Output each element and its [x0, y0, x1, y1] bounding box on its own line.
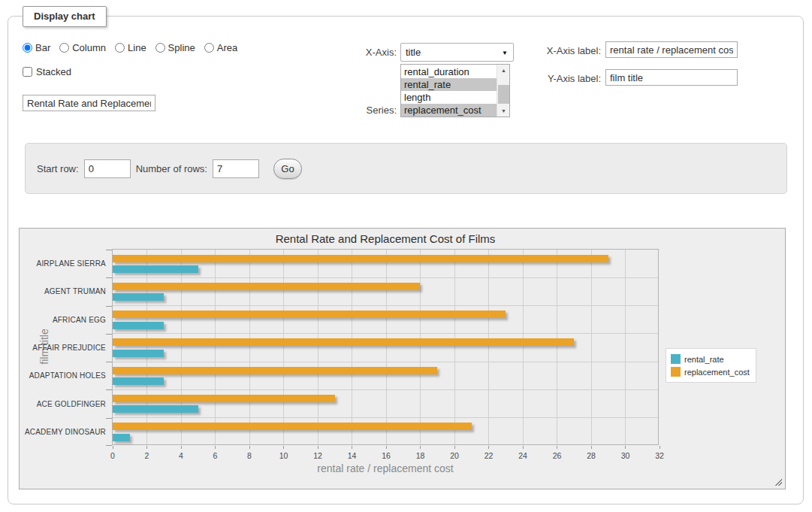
y-axis-label-label: Y-Axis label: [518, 73, 601, 84]
gridline-vertical [625, 250, 626, 444]
x-axis-tick [318, 446, 318, 449]
category-label: AGENT TRUMAN [44, 277, 106, 305]
x-axis-tick [249, 446, 250, 449]
gridline-horizontal [113, 333, 658, 334]
triangle-down-icon: ▼ [501, 108, 506, 114]
x-axis-tick [420, 446, 421, 449]
chart-type-spline[interactable]: Spline [155, 42, 195, 53]
scroll-down-button[interactable]: ▼ [497, 105, 510, 117]
chart-type-radio-label: Column [72, 42, 106, 53]
bar-rental_rate [113, 322, 164, 329]
y-axis-tick [106, 277, 112, 278]
x-tick-label: 14 [339, 451, 366, 460]
chart-x-axis-title: rental rate / replacement cost [112, 462, 659, 474]
gridline-horizontal [113, 305, 658, 306]
chart-type-line[interactable]: Line [115, 42, 146, 53]
chart-type-radio-label: Line [128, 42, 146, 53]
row-controls-panel: Start row: Number of rows: Go [25, 143, 787, 194]
series-option-length[interactable]: length [401, 91, 497, 104]
gridline-horizontal [113, 417, 658, 418]
gridline-vertical [591, 250, 592, 444]
x-tick-label: 0 [99, 451, 126, 460]
x-axis-tick [113, 446, 113, 449]
y-axis-tick [106, 250, 112, 250]
y-axis-label-input[interactable] [605, 69, 738, 86]
go-button[interactable]: Go [273, 159, 302, 179]
chart-type-radio-area[interactable] [204, 43, 214, 53]
x-axis-tick [386, 446, 387, 449]
chart-type-area[interactable]: Area [204, 42, 237, 53]
y-axis-tick [106, 306, 112, 307]
bar-rental_rate [113, 434, 130, 441]
x-axis-tick [488, 446, 489, 449]
legend-entry-rental_rate: rental_rate [671, 353, 750, 365]
x-axis-tick [146, 446, 147, 449]
series-option-replacement_cost[interactable]: replacement_cost [401, 104, 497, 117]
x-axis-tick [283, 446, 284, 449]
x-tick-label: 26 [544, 451, 571, 460]
chart-plot-area: 02468101214161820222426283032AIRPLANE SI… [112, 249, 659, 445]
stacked-label: Stacked [36, 66, 71, 77]
stacked-checkbox-row[interactable]: Stacked [23, 66, 71, 77]
gridline-vertical [454, 250, 455, 444]
y-axis-tick [106, 389, 112, 390]
series-option-rental_rate[interactable]: rental_rate [401, 78, 497, 91]
stacked-checkbox[interactable] [23, 67, 32, 77]
series-select-label: Series: [315, 105, 397, 116]
bar-replacement_cost [113, 311, 506, 318]
x-axis-label-input[interactable] [605, 41, 738, 58]
x-axis-tick [454, 446, 455, 449]
gridline-horizontal [113, 277, 658, 278]
gridline-vertical [283, 250, 284, 444]
scrollbar[interactable]: ▲ ▼ [497, 65, 509, 117]
gridline-vertical [318, 250, 318, 444]
chart-type-radio-label: Area [217, 42, 237, 53]
gridline-vertical [215, 250, 216, 444]
y-axis-tick [106, 334, 112, 335]
resize-handle[interactable] [774, 477, 782, 486]
x-tick-label: 24 [509, 451, 536, 460]
gridline-horizontal [113, 362, 658, 362]
x-axis-tick [352, 446, 352, 449]
chart-type-radio-line[interactable] [115, 43, 125, 53]
bar-rental_rate [113, 405, 198, 413]
number-of-rows-input[interactable] [213, 159, 259, 178]
gridline-vertical [488, 250, 489, 444]
triangle-up-icon: ▲ [501, 68, 506, 73]
chart-title-input[interactable] [23, 95, 155, 111]
series-option-rental_duration[interactable]: rental_duration [401, 65, 497, 78]
bar-rental_rate [113, 265, 198, 273]
legend-label: rental_rate [684, 355, 724, 364]
start-row-label: Start row: [37, 163, 79, 174]
x-tick-label: 16 [373, 451, 400, 460]
y-axis-tick [106, 362, 112, 362]
x-tick-label: 20 [441, 451, 468, 460]
gridline-horizontal [113, 389, 658, 390]
x-axis-select-value: title [406, 47, 421, 58]
category-label: ACADEMY DINOSAUR [25, 418, 106, 446]
bar-replacement_cost [113, 255, 608, 262]
gridline-vertical [146, 250, 147, 444]
legend-swatch [671, 354, 681, 364]
chart-type-radio-spline[interactable] [155, 43, 165, 53]
scrollbar-thumb[interactable] [498, 85, 509, 104]
x-tick-label: 22 [475, 451, 503, 460]
x-axis-select[interactable]: title ▼ [400, 43, 514, 62]
scroll-up-button[interactable]: ▲ [497, 65, 510, 76]
chart-type-radio-column[interactable] [59, 43, 69, 53]
x-tick-label: 10 [270, 451, 297, 460]
chart-type-column[interactable]: Column [59, 42, 106, 53]
number-of-rows-label: Number of rows: [136, 163, 207, 174]
fieldset-legend-label: Display chart [34, 11, 95, 22]
chart-container: Rental Rate and Replacement Cost of Film… [19, 228, 786, 489]
chart-type-radio-label: Spline [168, 42, 195, 53]
x-tick-label: 4 [168, 451, 195, 460]
gridline-vertical [249, 250, 250, 444]
chart-type-radio-label: Bar [35, 42, 50, 53]
series-options: rental_durationrental_ratelengthreplacem… [401, 65, 497, 117]
chart-type-radio-bar[interactable] [23, 43, 32, 53]
chart-type-bar[interactable]: Bar [23, 42, 50, 53]
x-tick-label: 12 [304, 451, 331, 460]
start-row-input[interactable] [84, 159, 131, 178]
series-multiselect[interactable]: rental_durationrental_ratelengthreplacem… [400, 64, 510, 117]
